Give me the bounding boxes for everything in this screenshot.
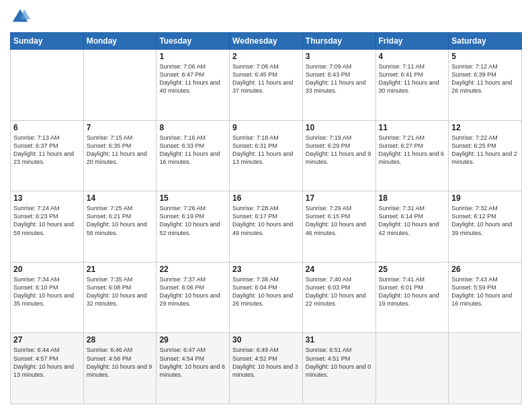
day-detail: Sunrise: 7:13 AM Sunset: 6:37 PM Dayligh… bbox=[13, 134, 81, 167]
day-detail: Sunrise: 7:38 AM Sunset: 6:04 PM Dayligh… bbox=[232, 275, 300, 308]
day-number: 21 bbox=[87, 265, 154, 274]
day-detail: Sunrise: 7:31 AM Sunset: 6:14 PM Dayligh… bbox=[379, 204, 446, 237]
calendar-cell: 5Sunrise: 7:12 AM Sunset: 6:39 PM Daylig… bbox=[449, 50, 522, 121]
page: SundayMondayTuesdayWednesdayThursdayFrid… bbox=[0, 0, 532, 411]
weekday-header-friday: Friday bbox=[375, 33, 449, 50]
day-number: 30 bbox=[232, 335, 300, 345]
day-detail: Sunrise: 7:24 AM Sunset: 6:23 PM Dayligh… bbox=[13, 204, 81, 237]
calendar-cell: 28Sunrise: 6:46 AM Sunset: 4:56 PM Dayli… bbox=[83, 333, 157, 404]
logo-icon bbox=[10, 7, 30, 27]
day-number: 26 bbox=[451, 265, 519, 274]
calendar-cell: 26Sunrise: 7:43 AM Sunset: 5:59 PM Dayli… bbox=[449, 262, 522, 333]
day-number: 27 bbox=[13, 335, 81, 345]
day-detail: Sunrise: 7:08 AM Sunset: 6:45 PM Dayligh… bbox=[232, 62, 300, 95]
day-detail: Sunrise: 7:22 AM Sunset: 6:25 PM Dayligh… bbox=[451, 134, 519, 167]
calendar-cell: 15Sunrise: 7:26 AM Sunset: 6:19 PM Dayli… bbox=[157, 191, 230, 263]
day-detail: Sunrise: 6:49 AM Sunset: 4:52 PM Dayligh… bbox=[232, 346, 300, 379]
calendar-body: 1Sunrise: 7:06 AM Sunset: 6:47 PM Daylig… bbox=[11, 50, 522, 404]
day-detail: Sunrise: 7:29 AM Sunset: 6:15 PM Dayligh… bbox=[306, 204, 373, 237]
day-detail: Sunrise: 7:32 AM Sunset: 6:12 PM Dayligh… bbox=[451, 204, 519, 237]
calendar-cell: 30Sunrise: 6:49 AM Sunset: 4:52 PM Dayli… bbox=[230, 333, 303, 404]
calendar-cell: 17Sunrise: 7:29 AM Sunset: 6:15 PM Dayli… bbox=[302, 191, 375, 263]
weekday-header-sunday: Sunday bbox=[11, 33, 84, 50]
day-number: 23 bbox=[232, 265, 300, 274]
week-row-4: 20Sunrise: 7:34 AM Sunset: 6:10 PM Dayli… bbox=[11, 262, 522, 333]
day-detail: Sunrise: 7:37 AM Sunset: 6:06 PM Dayligh… bbox=[159, 275, 226, 308]
day-detail: Sunrise: 6:46 AM Sunset: 4:56 PM Dayligh… bbox=[87, 346, 154, 379]
week-row-1: 1Sunrise: 7:06 AM Sunset: 6:47 PM Daylig… bbox=[11, 50, 522, 121]
calendar-cell: 16Sunrise: 7:28 AM Sunset: 6:17 PM Dayli… bbox=[230, 191, 303, 263]
calendar-cell: 9Sunrise: 7:18 AM Sunset: 6:31 PM Daylig… bbox=[230, 120, 303, 191]
header bbox=[10, 7, 522, 27]
day-number: 14 bbox=[87, 193, 154, 203]
day-detail: Sunrise: 7:09 AM Sunset: 6:43 PM Dayligh… bbox=[306, 62, 373, 95]
day-number: 24 bbox=[306, 265, 373, 274]
calendar-cell: 23Sunrise: 7:38 AM Sunset: 6:04 PM Dayli… bbox=[230, 262, 303, 333]
calendar-cell: 3Sunrise: 7:09 AM Sunset: 6:43 PM Daylig… bbox=[302, 50, 375, 121]
day-number: 5 bbox=[451, 52, 519, 61]
calendar-cell: 21Sunrise: 7:35 AM Sunset: 6:08 PM Dayli… bbox=[83, 262, 157, 333]
day-number: 28 bbox=[87, 335, 154, 345]
weekday-row: SundayMondayTuesdayWednesdayThursdayFrid… bbox=[11, 33, 522, 50]
day-number: 1 bbox=[159, 52, 226, 61]
day-detail: Sunrise: 7:34 AM Sunset: 6:10 PM Dayligh… bbox=[13, 275, 81, 308]
day-number: 20 bbox=[13, 265, 81, 274]
day-number: 31 bbox=[306, 335, 373, 345]
day-number: 12 bbox=[451, 123, 519, 132]
calendar-cell: 22Sunrise: 7:37 AM Sunset: 6:06 PM Dayli… bbox=[157, 262, 230, 333]
calendar-cell: 7Sunrise: 7:15 AM Sunset: 6:35 PM Daylig… bbox=[83, 120, 157, 191]
day-detail: Sunrise: 7:11 AM Sunset: 6:41 PM Dayligh… bbox=[379, 62, 446, 95]
calendar-cell bbox=[375, 333, 449, 404]
day-detail: Sunrise: 7:18 AM Sunset: 6:31 PM Dayligh… bbox=[232, 134, 300, 167]
day-number: 4 bbox=[379, 52, 446, 61]
calendar-cell: 14Sunrise: 7:25 AM Sunset: 6:21 PM Dayli… bbox=[83, 191, 157, 263]
calendar-cell: 27Sunrise: 6:44 AM Sunset: 4:57 PM Dayli… bbox=[11, 333, 84, 404]
day-number: 19 bbox=[451, 193, 519, 203]
day-number: 16 bbox=[232, 193, 300, 203]
calendar-cell: 25Sunrise: 7:41 AM Sunset: 6:01 PM Dayli… bbox=[375, 262, 449, 333]
day-detail: Sunrise: 7:19 AM Sunset: 6:29 PM Dayligh… bbox=[306, 134, 373, 167]
weekday-header-saturday: Saturday bbox=[449, 33, 522, 50]
calendar-cell bbox=[11, 50, 84, 121]
day-number: 6 bbox=[13, 123, 81, 132]
calendar-cell bbox=[449, 333, 522, 404]
weekday-header-thursday: Thursday bbox=[302, 33, 375, 50]
day-number: 2 bbox=[232, 52, 300, 61]
calendar-cell: 11Sunrise: 7:21 AM Sunset: 6:27 PM Dayli… bbox=[375, 120, 449, 191]
day-detail: Sunrise: 7:15 AM Sunset: 6:35 PM Dayligh… bbox=[87, 134, 154, 167]
calendar-cell: 2Sunrise: 7:08 AM Sunset: 6:45 PM Daylig… bbox=[230, 50, 303, 121]
calendar-cell bbox=[83, 50, 157, 121]
calendar-header: SundayMondayTuesdayWednesdayThursdayFrid… bbox=[11, 33, 522, 50]
day-number: 15 bbox=[159, 193, 226, 203]
calendar-cell: 29Sunrise: 6:47 AM Sunset: 4:54 PM Dayli… bbox=[157, 333, 230, 404]
calendar-cell: 12Sunrise: 7:22 AM Sunset: 6:25 PM Dayli… bbox=[449, 120, 522, 191]
day-number: 9 bbox=[232, 123, 300, 132]
day-detail: Sunrise: 7:12 AM Sunset: 6:39 PM Dayligh… bbox=[451, 62, 519, 95]
day-detail: Sunrise: 6:44 AM Sunset: 4:57 PM Dayligh… bbox=[13, 346, 81, 379]
logo bbox=[10, 7, 33, 27]
day-number: 10 bbox=[306, 123, 373, 132]
weekday-header-monday: Monday bbox=[83, 33, 157, 50]
day-detail: Sunrise: 7:41 AM Sunset: 6:01 PM Dayligh… bbox=[379, 275, 446, 308]
day-detail: Sunrise: 7:35 AM Sunset: 6:08 PM Dayligh… bbox=[87, 275, 154, 308]
day-detail: Sunrise: 6:51 AM Sunset: 4:51 PM Dayligh… bbox=[306, 346, 373, 379]
calendar-cell: 19Sunrise: 7:32 AM Sunset: 6:12 PM Dayli… bbox=[449, 191, 522, 263]
calendar-cell: 24Sunrise: 7:40 AM Sunset: 6:03 PM Dayli… bbox=[302, 262, 375, 333]
day-detail: Sunrise: 7:16 AM Sunset: 6:33 PM Dayligh… bbox=[159, 134, 226, 167]
day-number: 17 bbox=[306, 193, 373, 203]
calendar-cell: 13Sunrise: 7:24 AM Sunset: 6:23 PM Dayli… bbox=[11, 191, 84, 263]
day-detail: Sunrise: 7:06 AM Sunset: 6:47 PM Dayligh… bbox=[159, 62, 226, 95]
day-number: 25 bbox=[379, 265, 446, 274]
calendar-cell: 20Sunrise: 7:34 AM Sunset: 6:10 PM Dayli… bbox=[11, 262, 84, 333]
week-row-2: 6Sunrise: 7:13 AM Sunset: 6:37 PM Daylig… bbox=[11, 120, 522, 191]
calendar-cell: 18Sunrise: 7:31 AM Sunset: 6:14 PM Dayli… bbox=[375, 191, 449, 263]
day-number: 18 bbox=[379, 193, 446, 203]
calendar-cell: 6Sunrise: 7:13 AM Sunset: 6:37 PM Daylig… bbox=[11, 120, 84, 191]
week-row-5: 27Sunrise: 6:44 AM Sunset: 4:57 PM Dayli… bbox=[11, 333, 522, 404]
calendar-table: SundayMondayTuesdayWednesdayThursdayFrid… bbox=[10, 32, 522, 404]
calendar-cell: 1Sunrise: 7:06 AM Sunset: 6:47 PM Daylig… bbox=[157, 50, 230, 121]
day-detail: Sunrise: 7:40 AM Sunset: 6:03 PM Dayligh… bbox=[306, 275, 373, 308]
calendar-cell: 31Sunrise: 6:51 AM Sunset: 4:51 PM Dayli… bbox=[302, 333, 375, 404]
day-number: 7 bbox=[87, 123, 154, 132]
day-detail: Sunrise: 7:25 AM Sunset: 6:21 PM Dayligh… bbox=[87, 204, 154, 237]
